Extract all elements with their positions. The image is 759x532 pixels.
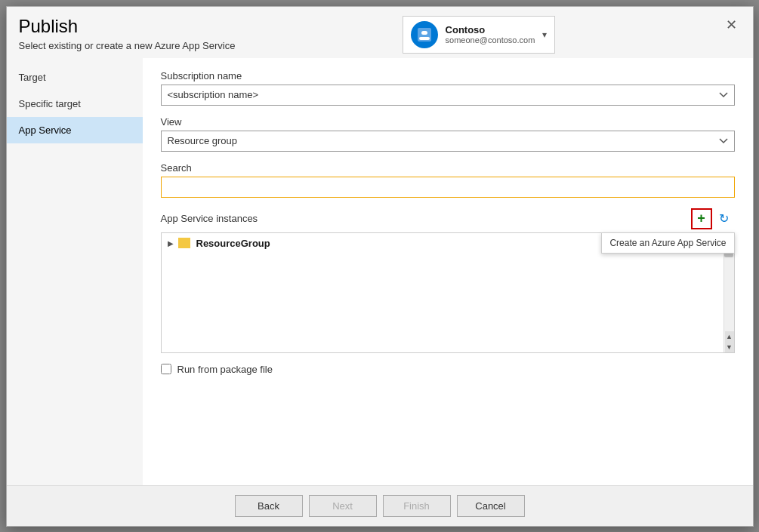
main-content: Subscription name <subscription name> Vi… [143,58,753,485]
publish-dialog: Publish Select existing or create a new … [6,6,754,527]
subscription-label: Subscription name [161,70,735,81]
instances-actions: + ↻ Create an Azure App Service [691,208,735,229]
sidebar: Target Specific target App Service [7,58,143,485]
tree-chevron-icon: ▶ [168,239,174,248]
search-group: Search [161,162,735,198]
add-instance-button[interactable]: + [691,208,712,229]
svg-rect-2 [419,37,430,40]
account-area[interactable]: Contoso someone@contoso.com ▾ [403,16,556,54]
account-avatar [411,21,438,48]
sidebar-item-app-service[interactable]: App Service [7,117,143,143]
scrollbar-arrow-up[interactable]: ▲ [725,331,734,342]
search-input[interactable] [161,177,735,198]
close-button[interactable]: ✕ [723,16,741,34]
account-name: Contoso [446,24,535,35]
account-email: someone@contoso.com [446,35,535,45]
package-file-row: Run from package file [161,364,735,375]
title-bar: Publish Select existing or create a new … [7,7,753,58]
view-group: View Resource group Service type [161,116,735,152]
cancel-button[interactable]: Cancel [457,495,525,517]
account-chevron-icon: ▾ [542,29,547,40]
content-area: Target Specific target App Service Subsc… [7,58,753,485]
search-label: Search [161,162,735,174]
sidebar-item-target[interactable]: Target [7,64,143,91]
subscription-group: Subscription name <subscription name> [161,70,735,106]
package-file-checkbox[interactable] [161,364,171,374]
scrollbar-arrow-down[interactable]: ▼ [725,342,734,352]
dialog-footer: Back Next Finish Cancel [7,485,753,526]
view-select[interactable]: Resource group Service type [161,131,735,152]
title-area: Publish Select existing or create a new … [19,16,236,52]
svg-rect-1 [421,31,427,35]
refresh-button[interactable]: ↻ [714,208,735,229]
back-button[interactable]: Back [235,495,303,517]
instances-header: App Service instances + ↻ Create an Azur… [161,208,735,229]
instances-label: App Service instances [161,213,258,224]
finish-button[interactable]: Finish [383,495,451,517]
sidebar-item-specific-target[interactable]: Specific target [7,91,143,117]
subscription-select[interactable]: <subscription name> [161,85,735,106]
account-info: Contoso someone@contoso.com [446,24,535,45]
folder-icon [178,238,190,248]
create-app-service-tooltip: Create an Azure App Service [601,232,734,254]
dialog-subtitle: Select existing or create a new Azure Ap… [19,40,236,51]
package-file-label: Run from package file [177,364,273,375]
view-label: View [161,116,735,128]
dialog-title: Publish [19,16,236,38]
tree-item-label: ResourceGroup [196,238,270,249]
next-button[interactable]: Next [309,495,377,517]
